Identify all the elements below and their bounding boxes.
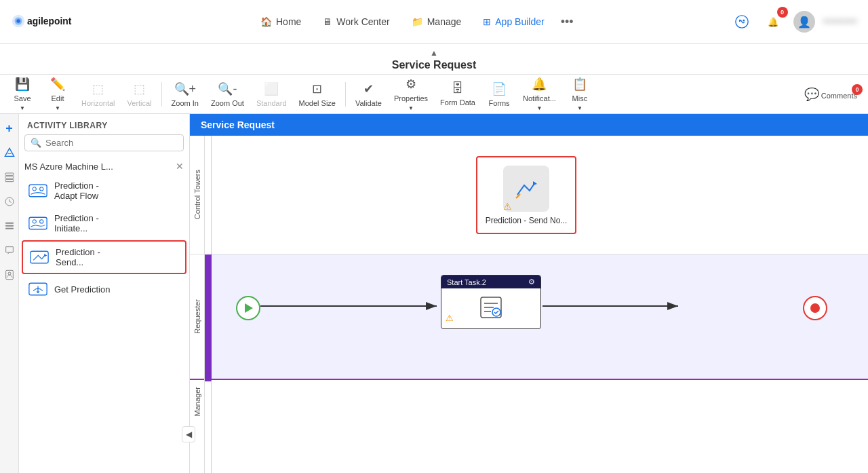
horizontal-label: Horizontal xyxy=(81,99,115,107)
prediction-send-label: Prediction - Send No... xyxy=(486,216,568,225)
forms-icon: 📄 xyxy=(492,81,507,96)
node-end[interactable] xyxy=(803,296,827,320)
toolbar: 💾 Save ▼ ✏️ Edit ▼ ⬚ Horizontal ⬚ Vertic… xyxy=(0,75,868,114)
search-box[interactable]: 🔍 xyxy=(24,134,184,151)
form-data-label: Form Data xyxy=(440,98,475,107)
validate-button[interactable]: ✔ Validate xyxy=(350,79,387,110)
notifications-toolbar-button[interactable]: 🔔 Notificat... ▼ xyxy=(517,74,561,114)
title-bar: ▲ Service Request xyxy=(0,44,868,75)
activity-library-header: ACTIVITY LIBRARY xyxy=(19,114,189,134)
comments-label: Comments xyxy=(821,92,857,100)
activity-item-prediction-adapt[interactable]: Prediction -Adapt Flow xyxy=(22,175,186,206)
activity-library-sidebar: + ACTIVITY LIBRARY xyxy=(0,114,190,473)
toolbar-separator-1 xyxy=(161,82,162,107)
nav-manage-label: Manage xyxy=(427,16,462,27)
notifications-button[interactable]: 🔔 0 xyxy=(761,10,785,34)
chat-icon-button[interactable] xyxy=(1,240,18,261)
svg-marker-7 xyxy=(5,148,14,156)
nav-right-section: 🔔 0 👤 •••••••••••• xyxy=(730,10,857,34)
svg-rect-20 xyxy=(29,185,47,197)
node-start[interactable] xyxy=(236,296,260,320)
nav-home[interactable]: 🏠 Home xyxy=(251,12,311,31)
swimlane-accents xyxy=(205,136,212,473)
logo[interactable]: agilepoint xyxy=(11,8,99,36)
edit-icon: ✏️ xyxy=(50,77,65,92)
forms-button[interactable]: 📄 Forms xyxy=(482,79,516,110)
activity-icon-adapt xyxy=(27,183,49,199)
accent-manager xyxy=(205,380,212,473)
svg-line-14 xyxy=(9,202,12,202)
misc-label: Misc xyxy=(572,94,588,102)
nav-workcenter-label: Work Center xyxy=(336,16,389,27)
task-header: Start Task.2 ⚙ xyxy=(441,276,540,288)
svg-point-19 xyxy=(8,272,11,275)
task-settings-icon[interactable]: ⚙ xyxy=(528,278,535,286)
nav-home-label: Home xyxy=(276,16,301,27)
notifications-label: Notificat... xyxy=(523,94,556,102)
canvas-title: Service Request xyxy=(190,114,868,136)
horizontal-button: ⬚ Horizontal xyxy=(76,79,121,110)
activity-name-adapt: Prediction -Adapt Flow xyxy=(54,181,99,201)
swimlane-name-manager: Manager xyxy=(193,387,201,416)
svg-rect-11 xyxy=(5,179,14,181)
svg-marker-31 xyxy=(533,181,537,185)
user-avatar[interactable]: 👤 xyxy=(792,10,816,34)
activity-item-get-prediction[interactable]: Get Prediction xyxy=(22,276,186,303)
save-label: Save xyxy=(14,94,31,102)
form-data-icon: 🗄 xyxy=(452,81,464,96)
node-prediction-send[interactable]: ⚠ Prediction - Send No... xyxy=(476,156,576,234)
task-body: ⚠ xyxy=(441,288,540,326)
misc-icon: 📋 xyxy=(572,77,587,92)
nav-appbuilder-label: App Builder xyxy=(495,16,544,27)
properties-button[interactable]: ⚙ Properties ▼ xyxy=(389,74,433,114)
collapse-chevron[interactable]: ▲ xyxy=(0,48,868,58)
badge-icon-button[interactable] xyxy=(1,265,18,285)
edit-button[interactable]: ✏️ Edit ▼ xyxy=(41,74,75,114)
start-play-icon xyxy=(245,303,253,313)
end-stop-icon xyxy=(810,303,820,313)
add-activity-button[interactable]: + xyxy=(1,118,18,138)
activity-item-prediction-send[interactable]: Prediction -Send... xyxy=(22,240,186,274)
prediction-send-warning: ⚠ xyxy=(503,201,512,212)
edit-label: Edit xyxy=(52,94,64,102)
clock-icon-button[interactable] xyxy=(1,191,18,212)
save-button[interactable]: 💾 Save ▼ xyxy=(5,74,39,114)
zoom-in-button[interactable]: 🔍+ Zoom In xyxy=(166,79,204,110)
bell-icon: 🔔 xyxy=(768,17,778,27)
nav-manage[interactable]: 📁 Manage xyxy=(402,12,471,31)
sidebar-icon-strip: + xyxy=(0,114,19,473)
sidebar-collapse-button[interactable]: ◀ xyxy=(182,426,195,442)
misc-button[interactable]: 📋 Misc ▼ xyxy=(563,74,597,114)
vertical-label: Vertical xyxy=(127,99,152,107)
close-ms-azure-button[interactable]: ✕ xyxy=(176,161,184,172)
page-title: Service Request xyxy=(392,59,477,71)
canvas-area: Service Request Control Towers Requester… xyxy=(190,114,868,473)
svg-point-6 xyxy=(743,20,745,22)
activity-name-get: Get Prediction xyxy=(54,284,110,295)
zoom-out-button[interactable]: 🔍- Zoom Out xyxy=(205,79,250,110)
nav-menu: 🏠 Home 🖥 Work Center 📁 Manage ⊞ App Buil… xyxy=(99,11,730,33)
form-data-button[interactable]: 🗄 Form Data xyxy=(435,79,481,109)
vertical-button: ⬚ Vertical xyxy=(122,79,157,110)
standard-button: ⬜ Standard xyxy=(251,79,292,110)
list-icon-button[interactable] xyxy=(1,216,18,236)
toolbar-separator-2 xyxy=(345,82,346,107)
swimlane-label-control: Control Towers xyxy=(190,136,204,254)
accent-control xyxy=(205,136,212,254)
nav-appbuilder[interactable]: ⊞ App Builder xyxy=(473,12,553,31)
connections-icon-button[interactable] xyxy=(1,167,18,187)
canvas-main[interactable]: ⚠ Prediction - Send No... xyxy=(212,136,868,473)
activities-icon-button[interactable] xyxy=(1,143,18,163)
activity-item-prediction-initiate[interactable]: Prediction -Initiate... xyxy=(22,208,186,239)
ai-assist-button[interactable] xyxy=(730,10,754,34)
nav-more[interactable]: ••• xyxy=(557,11,578,33)
model-size-button[interactable]: ⊡ Model Size xyxy=(294,79,341,110)
activity-icon-get xyxy=(27,281,49,297)
activity-library-title: ACTIVITY LIBRARY xyxy=(27,121,108,130)
node-start-task[interactable]: Start Task.2 ⚙ ⚠ xyxy=(441,275,541,329)
model-size-label: Model Size xyxy=(299,99,336,107)
search-input[interactable] xyxy=(45,138,178,148)
nav-workcenter[interactable]: 🖥 Work Center xyxy=(313,12,399,31)
comments-button[interactable]: 💬 Comments 0 xyxy=(799,84,863,105)
search-icon: 🔍 xyxy=(31,138,41,148)
